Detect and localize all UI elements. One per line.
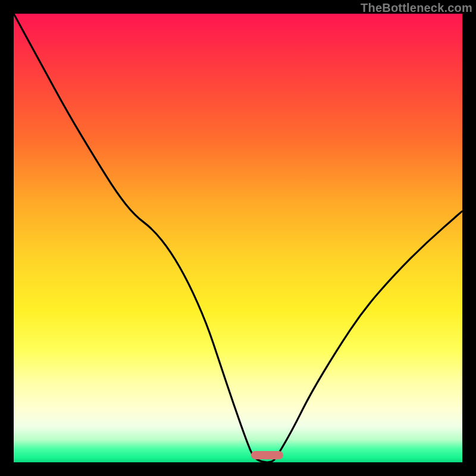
optimal-range-marker xyxy=(251,451,283,459)
chart-plot-area xyxy=(14,14,462,462)
watermark-text: TheBottleneck.com xyxy=(361,1,472,15)
